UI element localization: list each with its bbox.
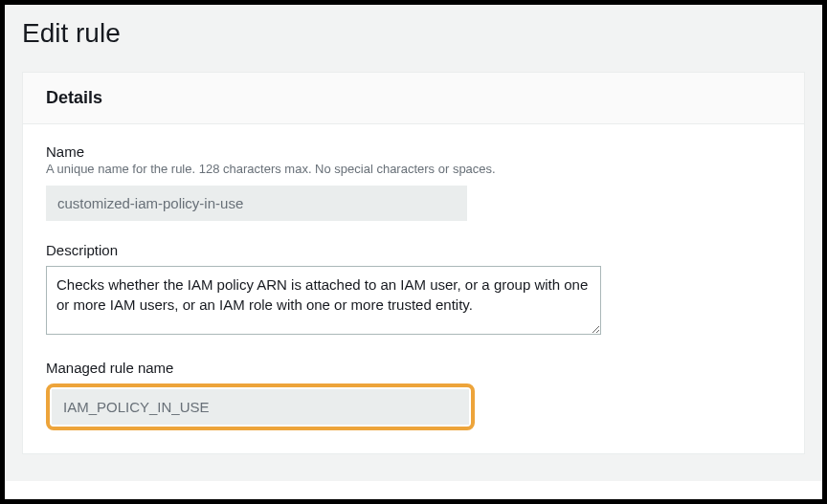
managed-rule-input [52,389,469,425]
page-title: Edit rule [22,18,805,49]
description-label: Description [46,242,781,258]
card-title: Details [46,88,781,108]
description-textarea[interactable] [46,266,601,335]
name-help: A unique name for the rule. 128 characte… [46,162,781,176]
page-header: Edit rule [5,5,822,72]
name-label: Name [46,143,781,160]
field-name: Name A unique name for the rule. 128 cha… [46,143,781,221]
name-input [46,186,467,221]
managed-rule-label: Managed rule name [46,360,781,376]
card-body: Name A unique name for the rule. 128 cha… [23,124,804,453]
details-card: Details Name A unique name for the rule.… [22,72,805,454]
card-header: Details [23,73,804,124]
field-managed-rule: Managed rule name [46,360,781,430]
managed-rule-highlight [46,383,475,430]
field-description: Description [46,242,781,339]
page-body: Details Name A unique name for the rule.… [5,72,822,481]
